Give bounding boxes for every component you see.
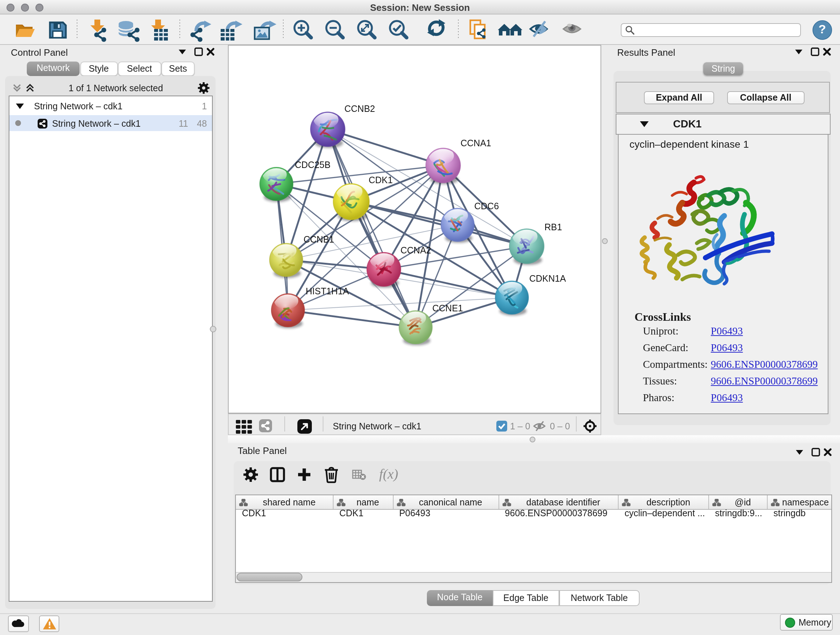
svg-text:CCNA2: CCNA2 — [400, 245, 431, 255]
svg-text:CDK1: CDK1 — [368, 175, 393, 185]
svg-text:CDKN1A: CDKN1A — [529, 273, 566, 283]
svg-text:CCNE1: CCNE1 — [432, 303, 463, 313]
svg-text:RB1: RB1 — [544, 222, 562, 232]
svg-text:CCNA1: CCNA1 — [460, 138, 491, 148]
svg-text:CDC25B: CDC25B — [294, 160, 330, 170]
svg-text:HIST1H1A: HIST1H1A — [305, 286, 349, 296]
svg-text:CCNB2: CCNB2 — [344, 103, 375, 114]
svg-text:CCNB1: CCNB1 — [303, 234, 334, 244]
svg-text:CDC6: CDC6 — [474, 201, 499, 211]
